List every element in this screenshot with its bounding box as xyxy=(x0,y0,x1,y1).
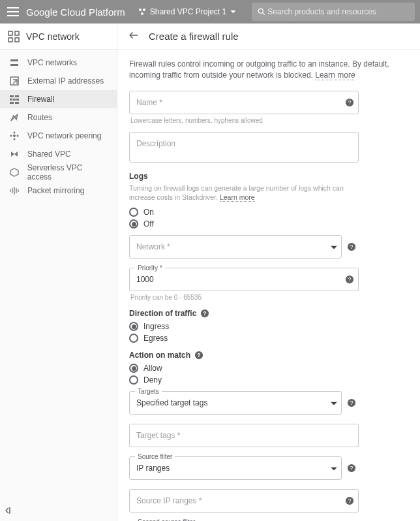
network-select[interactable]: Network * xyxy=(129,235,342,259)
description-field[interactable] xyxy=(129,132,359,163)
vpc-network-icon xyxy=(8,31,20,42)
menu-icon[interactable] xyxy=(0,0,26,24)
direction-radio-egress[interactable]: Egress xyxy=(129,332,408,344)
intro-learn-more-link[interactable]: Learn more xyxy=(315,71,355,80)
project-picker[interactable]: Shared VPC Project 1 xyxy=(134,5,240,19)
sidebar-item-mirroring[interactable]: Packet mirroring xyxy=(0,182,117,200)
sidebar-item-external-ip[interactable]: External IP addresses xyxy=(0,72,117,90)
help-icon[interactable] xyxy=(347,464,356,473)
help-icon[interactable] xyxy=(345,496,354,505)
sidebar-item-firewall[interactable]: Firewall xyxy=(0,90,117,108)
svg-rect-9 xyxy=(8,38,12,42)
svg-rect-7 xyxy=(8,31,12,35)
help-icon[interactable] xyxy=(200,309,209,318)
svg-point-4 xyxy=(141,12,143,15)
collapse-sidebar-icon[interactable] xyxy=(5,506,14,517)
description-input[interactable] xyxy=(130,133,358,160)
sidebar-item-label: VPC network peering xyxy=(27,131,101,140)
help-icon[interactable] xyxy=(194,351,203,360)
sidebar-items: VPC networks External IP addresses Firew… xyxy=(0,50,117,200)
serverless-icon xyxy=(9,167,20,178)
svg-rect-20 xyxy=(10,102,14,104)
help-icon[interactable] xyxy=(345,275,354,284)
svg-point-23 xyxy=(10,135,12,137)
chevron-down-icon xyxy=(331,464,337,473)
help-icon[interactable] xyxy=(347,242,356,251)
svg-point-25 xyxy=(14,132,16,134)
source-filter-label: Source filter xyxy=(135,453,175,460)
source-filter-select[interactable]: Source filter IP ranges xyxy=(129,456,342,480)
svg-point-2 xyxy=(139,8,142,11)
direction-radio-ingress[interactable]: Ingress xyxy=(129,321,408,332)
sidebar-item-label: Serverless VPC access xyxy=(27,163,108,182)
main-content: Create a firewall rule Firewall rules co… xyxy=(117,24,420,521)
sidebar: VPC network VPC networks External IP add… xyxy=(0,24,117,521)
chevron-down-icon xyxy=(230,10,236,14)
sidebar-header: VPC network xyxy=(0,24,117,50)
page-header: Create a firewall rule xyxy=(117,24,420,50)
svg-rect-16 xyxy=(15,95,19,97)
name-helper: Lowercase letters, numbers, hyphens allo… xyxy=(130,117,408,124)
priority-field[interactable]: Priority * xyxy=(129,268,359,291)
svg-point-26 xyxy=(14,138,16,140)
search-box[interactable] xyxy=(252,3,415,21)
chevron-down-icon xyxy=(331,398,337,408)
source-filter-value: IP ranges xyxy=(130,457,341,479)
intro-text: Firewall rules control incoming or outgo… xyxy=(129,59,390,82)
sidebar-item-peering[interactable]: VPC network peering xyxy=(0,127,117,145)
svg-rect-12 xyxy=(10,64,18,66)
logs-learn-more-link[interactable]: Learn more xyxy=(220,193,255,202)
chevron-down-icon xyxy=(331,242,337,252)
project-icon xyxy=(138,8,146,16)
project-name: Shared VPC Project 1 xyxy=(150,7,226,16)
svg-line-6 xyxy=(263,13,265,15)
sidebar-item-label: External IP addresses xyxy=(27,76,104,86)
sidebar-item-serverless[interactable]: Serverless VPC access xyxy=(0,163,117,182)
svg-rect-21 xyxy=(15,102,19,104)
search-input[interactable] xyxy=(266,7,410,17)
sidebar-item-routes[interactable]: Routes xyxy=(0,108,117,127)
targets-value: Specified target tags xyxy=(130,392,341,414)
routes-icon xyxy=(9,112,20,123)
targets-label: Targets xyxy=(135,388,162,395)
brand-label: Google Cloud Platform xyxy=(26,7,125,18)
name-field[interactable] xyxy=(129,91,359,114)
svg-rect-18 xyxy=(13,99,16,101)
sidebar-item-label: Routes xyxy=(27,113,52,122)
help-icon[interactable] xyxy=(345,98,354,107)
firewall-icon xyxy=(9,94,20,104)
svg-line-14 xyxy=(13,80,17,84)
name-input[interactable] xyxy=(130,91,358,114)
svg-rect-11 xyxy=(10,59,18,61)
sidebar-item-shared-vpc[interactable]: Shared VPC xyxy=(0,145,117,163)
sidebar-item-vpc-networks[interactable]: VPC networks xyxy=(0,54,117,72)
sidebar-title: VPC network xyxy=(26,31,80,42)
action-radio-allow[interactable]: Allow xyxy=(129,362,408,374)
sidebar-item-label: Packet mirroring xyxy=(27,186,84,195)
svg-rect-17 xyxy=(10,99,12,101)
svg-marker-27 xyxy=(10,168,18,176)
target-tags-field[interactable] xyxy=(129,424,359,447)
target-tags-input[interactable] xyxy=(130,424,358,447)
direction-title: Direction of traffic xyxy=(129,309,408,318)
logs-radio-off[interactable]: Off xyxy=(129,218,408,230)
source-ip-field[interactable] xyxy=(129,489,359,513)
back-arrow-icon[interactable] xyxy=(128,29,140,43)
targets-select[interactable]: Targets Specified target tags xyxy=(129,391,342,415)
action-title: Action on match xyxy=(129,351,408,360)
vpc-networks-icon xyxy=(9,57,20,68)
svg-point-24 xyxy=(17,135,19,137)
svg-point-5 xyxy=(258,8,263,13)
source-ip-input[interactable] xyxy=(130,490,358,512)
mirroring-icon xyxy=(9,185,20,196)
logs-radio-on[interactable]: On xyxy=(129,206,408,218)
svg-rect-8 xyxy=(15,31,19,35)
priority-label: Priority * xyxy=(135,264,165,272)
page-title: Create a firewall rule xyxy=(149,31,239,42)
action-radio-deny[interactable]: Deny xyxy=(129,374,408,386)
svg-point-3 xyxy=(143,8,145,11)
help-icon[interactable] xyxy=(347,398,356,407)
priority-input[interactable] xyxy=(130,268,358,291)
logs-title: Logs xyxy=(129,172,408,181)
top-bar: Google Cloud Platform Shared VPC Project… xyxy=(0,0,420,24)
